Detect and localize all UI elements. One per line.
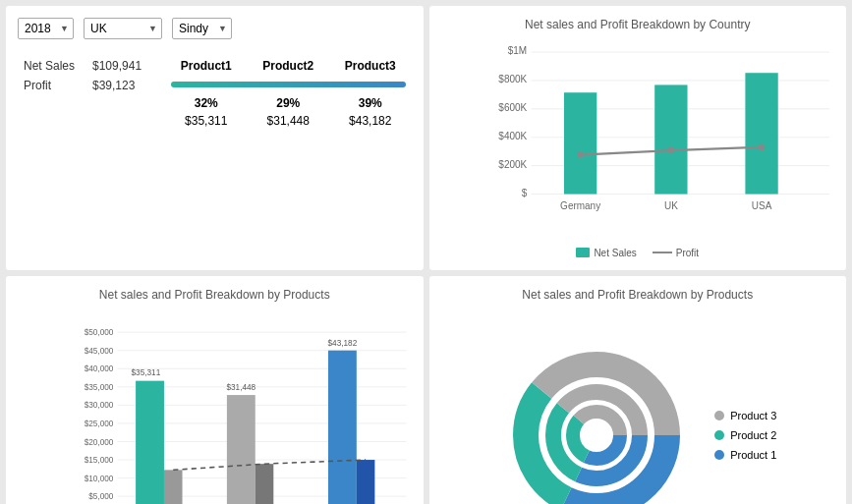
donut-legend-label-p2: Product 2 xyxy=(730,429,776,441)
top-right-legend: Net Sales Profit xyxy=(441,248,835,258)
donut-chart-area: Product 3 Product 2 Product 1 xyxy=(441,309,835,504)
bar-p3-profit xyxy=(357,460,375,504)
donut-legend-label-p1: Product 1 xyxy=(730,449,776,461)
year-select[interactable]: 201820172019 xyxy=(18,18,74,39)
svg-text:$200K: $200K xyxy=(498,159,527,170)
bar-p1-netsales xyxy=(136,380,164,504)
profit-dot-usa xyxy=(758,143,765,150)
donut-legend-dot-p2 xyxy=(714,430,724,440)
bottom-right-panel: Net sales and Profit Breakdown by Produc… xyxy=(429,276,847,504)
bar-p2-profit xyxy=(256,464,274,504)
bar-uk-netsales xyxy=(654,84,687,194)
metrics-table: Net Sales $109,941 Product1 Product2 Pro… xyxy=(18,57,412,130)
donut-legend-label-p3: Product 3 xyxy=(730,410,776,421)
profit-dot-uk xyxy=(667,147,674,154)
legend-profit-line xyxy=(653,252,672,253)
svg-text:$43,182: $43,182 xyxy=(328,338,358,347)
product3-pct: 39% xyxy=(329,94,412,112)
bottom-left-chart-area: $50,000 $45,000 $40,000 $35,000 $30,000 … xyxy=(18,309,412,504)
svg-text:$35,000: $35,000 xyxy=(85,383,114,392)
bottom-right-title: Net sales and Profit Breakdown by Produc… xyxy=(522,288,753,302)
legend-net-sales: Net Sales xyxy=(576,248,636,258)
svg-text:Germany: Germany xyxy=(560,200,600,211)
top-left-panel: 201820172019 UKGermanyUSA SindyJohnAnna … xyxy=(6,6,424,270)
bar-p1-profit xyxy=(164,470,183,504)
svg-text:$400K: $400K xyxy=(498,131,527,141)
donut-legend-dot-p3 xyxy=(714,411,724,420)
product3-header: Product3 xyxy=(329,57,412,75)
donut-legend-item-p3: Product 3 xyxy=(714,410,776,421)
svg-text:USA: USA xyxy=(751,200,771,211)
bottom-left-title: Net sales and Profit Breakdown by Produc… xyxy=(18,288,412,302)
product3-amount: $43,182 xyxy=(329,112,412,130)
product1-amount: $35,311 xyxy=(165,112,248,130)
svg-text:$31,448: $31,448 xyxy=(226,383,256,392)
product2-pct: 29% xyxy=(248,94,330,112)
profit-value: $39,123 xyxy=(86,75,165,94)
top-right-title: Net sales and Profit Breakdown by Countr… xyxy=(441,18,835,31)
product-progress-bar xyxy=(171,82,406,87)
svg-text:$: $ xyxy=(521,188,527,198)
svg-text:$50,000: $50,000 xyxy=(85,328,114,337)
svg-text:$45,000: $45,000 xyxy=(85,347,114,356)
top-right-panel: Net sales and Profit Breakdown by Countr… xyxy=(429,6,847,270)
legend-profit: Profit xyxy=(653,248,699,258)
person-select[interactable]: SindyJohnAnna xyxy=(172,18,232,39)
donut-legend-dot-p1 xyxy=(714,450,724,460)
svg-text:$5,000: $5,000 xyxy=(88,492,114,501)
filters-row: 201820172019 UKGermanyUSA SindyJohnAnna xyxy=(18,18,412,39)
product1-header: Product1 xyxy=(165,57,248,75)
product2-header: Product2 xyxy=(248,57,330,75)
top-right-svg: $1M $800K $600K $400K $200K $ xyxy=(485,39,835,218)
svg-text:UK: UK xyxy=(663,200,677,211)
legend-net-sales-box xyxy=(576,248,590,257)
svg-text:$25,000: $25,000 xyxy=(85,420,114,428)
svg-text:$15,000: $15,000 xyxy=(85,456,114,465)
bar-p2-netsales xyxy=(227,395,256,504)
svg-text:$1M: $1M xyxy=(507,45,526,56)
net-sales-label: Net Sales xyxy=(18,57,86,75)
country-select[interactable]: UKGermanyUSA xyxy=(84,18,162,39)
person-select-wrapper[interactable]: SindyJohnAnna xyxy=(172,18,232,39)
svg-text:$600K: $600K xyxy=(498,102,527,113)
bar-p3-netsales xyxy=(328,350,357,504)
profit-dot-germany xyxy=(577,151,584,158)
svg-text:$40,000: $40,000 xyxy=(85,364,114,373)
progress-bar-fill xyxy=(171,82,406,87)
svg-text:$10,000: $10,000 xyxy=(85,474,114,482)
product1-pct: 32% xyxy=(165,94,248,112)
dashboard: 201820172019 UKGermanyUSA SindyJohnAnna … xyxy=(0,0,852,504)
svg-text:$20,000: $20,000 xyxy=(85,437,114,446)
bar-usa-netsales xyxy=(745,73,777,194)
top-right-chart-area: $1M $800K $600K $400K $200K $ xyxy=(441,39,835,248)
svg-text:$35,311: $35,311 xyxy=(132,368,161,377)
year-select-wrapper[interactable]: 201820172019 xyxy=(18,18,74,39)
profit-label: Profit xyxy=(18,75,86,94)
bar-germany-netsales xyxy=(563,92,596,194)
country-select-wrapper[interactable]: UKGermanyUSA xyxy=(84,18,162,39)
donut-legend-item-p1: Product 1 xyxy=(714,449,776,461)
donut-legend-item-p2: Product 2 xyxy=(714,429,776,441)
product2-amount: $31,448 xyxy=(248,112,330,130)
net-sales-value: $109,941 xyxy=(86,57,165,75)
svg-text:$30,000: $30,000 xyxy=(85,401,114,410)
legend-profit-label: Profit xyxy=(676,248,699,258)
legend-net-sales-label: Net Sales xyxy=(594,248,636,258)
donut-legend: Product 3 Product 2 Product 1 xyxy=(714,410,776,461)
bottom-left-svg: $50,000 $45,000 $40,000 $35,000 $30,000 … xyxy=(67,325,412,504)
donut-svg xyxy=(498,337,695,504)
svg-text:$800K: $800K xyxy=(498,74,527,84)
bottom-left-panel: Net sales and Profit Breakdown by Produc… xyxy=(6,276,424,504)
